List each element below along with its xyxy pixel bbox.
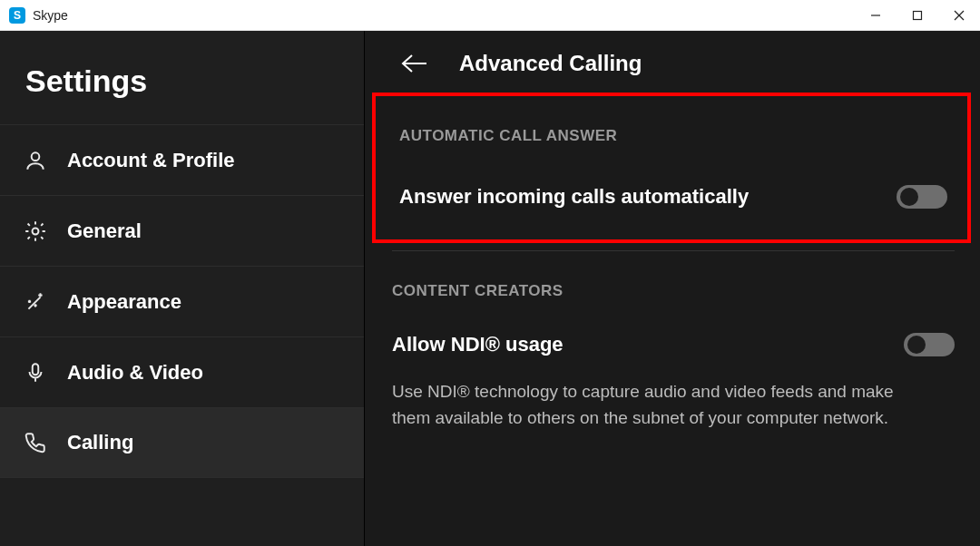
sidebar-item-calling[interactable]: Calling <box>0 407 364 478</box>
sidebar-item-label: Appearance <box>67 290 181 314</box>
sidebar-item-account-profile[interactable]: Account & Profile <box>0 124 364 195</box>
svg-rect-1 <box>914 11 922 19</box>
setting-label-auto-answer: Answer incoming calls automatically <box>399 185 749 209</box>
setting-row-ndi: Allow NDI® usage <box>392 333 955 356</box>
sidebar-item-label: Audio & Video <box>67 361 203 385</box>
back-button[interactable] <box>401 54 437 73</box>
sidebar-item-label: Calling <box>67 431 133 454</box>
sidebar-item-general[interactable]: General <box>0 195 364 266</box>
section-header-content-creators: CONTENT CREATORS <box>392 282 955 300</box>
window-maximize-button[interactable] <box>897 0 938 31</box>
main-pane: Advanced Calling AUTOMATIC CALL ANSWER A… <box>365 31 980 546</box>
toggle-knob <box>907 336 926 354</box>
sidebar-item-label: General <box>67 219 142 243</box>
section-content-creators: CONTENT CREATORS Allow NDI® usage Use ND… <box>365 251 980 432</box>
skype-logo-icon: S <box>9 7 25 24</box>
sidebar-item-appearance[interactable]: Appearance <box>0 266 364 336</box>
main-header: Advanced Calling <box>365 47 980 93</box>
window-close-button[interactable] <box>938 0 980 31</box>
svg-point-5 <box>33 228 39 234</box>
toggle-auto-answer[interactable] <box>897 185 947 209</box>
window-title: Skype <box>33 8 68 23</box>
section-header-auto-answer: AUTOMATIC CALL ANSWER <box>399 127 951 145</box>
settings-sidebar: Settings Account & Profile General Appea… <box>0 31 365 546</box>
setting-label-ndi: Allow NDI® usage <box>392 333 564 356</box>
mic-icon <box>20 361 51 385</box>
setting-row-auto-answer: Answer incoming calls automatically <box>396 185 951 209</box>
wand-icon <box>20 290 51 314</box>
setting-description-ndi: Use NDI® technology to capture audio and… <box>392 378 927 432</box>
svg-point-4 <box>32 152 40 161</box>
annotation-highlight-box: AUTOMATIC CALL ANSWER Answer incoming ca… <box>372 93 971 243</box>
window-titlebar: S Skype <box>0 0 980 31</box>
toggle-ndi[interactable] <box>904 333 955 356</box>
window-minimize-button[interactable] <box>855 0 897 31</box>
sidebar-item-label: Account & Profile <box>67 149 235 172</box>
phone-icon <box>20 431 51 454</box>
sidebar-item-audio-video[interactable]: Audio & Video <box>0 336 364 407</box>
page-title: Advanced Calling <box>459 51 642 76</box>
user-icon <box>20 149 51 172</box>
toggle-knob <box>900 188 918 206</box>
gear-icon <box>20 219 51 243</box>
sidebar-title: Settings <box>0 31 364 124</box>
svg-rect-6 <box>33 364 39 375</box>
